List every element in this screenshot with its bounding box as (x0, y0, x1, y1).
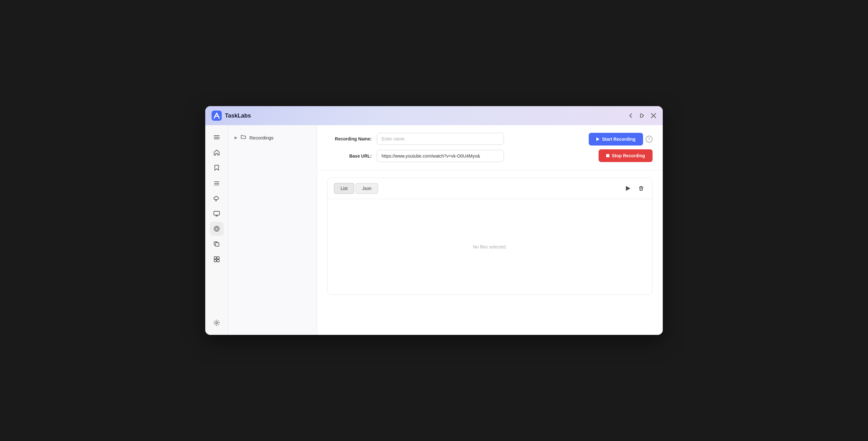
sidebar-rail (205, 125, 228, 335)
panel-body: No files selected. (328, 199, 652, 294)
sidebar-item-grid[interactable] (210, 252, 224, 266)
svg-rect-12 (214, 211, 220, 215)
svg-rect-19 (217, 257, 219, 259)
title-bar: TaskLabs (205, 106, 663, 125)
play-action-icon (625, 186, 631, 191)
folder-icon (241, 134, 246, 141)
sidebar-item-bookmark[interactable] (210, 161, 224, 175)
recording-name-input[interactable] (377, 133, 504, 145)
stop-icon (606, 154, 609, 157)
copy-icon (213, 241, 220, 248)
tab-group: List Json (334, 183, 378, 194)
base-url-row: Base URL: (327, 150, 581, 162)
content-area: List Json (317, 170, 663, 335)
nav-item-recordings-label: Recordings (249, 135, 274, 140)
tasks-icon (213, 180, 220, 187)
svg-rect-20 (214, 259, 216, 262)
panel-header: List Json (328, 178, 652, 199)
chevron-right-icon: ▶ (235, 135, 237, 140)
toolbar-fields: Recording Name: Base URL: (327, 133, 581, 162)
empty-message: No files selected. (473, 244, 507, 249)
start-recording-button[interactable]: Start Recording (589, 133, 643, 146)
panel-actions (623, 184, 646, 193)
app-logo (212, 111, 222, 121)
sidebar-nav: ▶ Recordings (228, 125, 317, 335)
sidebar-item-settings[interactable] (210, 316, 224, 330)
sidebar-item-menu[interactable] (210, 130, 224, 144)
svg-rect-18 (214, 257, 216, 259)
sidebar-item-record[interactable] (210, 222, 224, 236)
stop-recording-button[interactable]: Stop Recording (598, 149, 653, 162)
app-name: TaskLabs (225, 113, 251, 119)
nav-item-recordings[interactable]: ▶ Recordings (228, 130, 317, 145)
start-recording-label: Start Recording (602, 137, 636, 142)
grid-icon (213, 256, 220, 263)
settings-icon (213, 319, 220, 326)
play-icon (596, 137, 599, 141)
play-action-button[interactable] (623, 184, 632, 193)
base-url-label: Base URL: (327, 154, 372, 159)
main-layout: ▶ Recordings Recording Name: (205, 125, 663, 335)
svg-point-16 (215, 227, 218, 230)
app-window: TaskLabs (205, 106, 663, 335)
bookmark-icon (213, 164, 220, 171)
svg-point-22 (216, 322, 218, 324)
stop-recording-label: Stop Recording (612, 153, 645, 158)
sidebar-item-cloud[interactable] (210, 191, 224, 205)
content-panel: List Json (327, 178, 653, 295)
svg-rect-21 (217, 259, 219, 262)
tab-list[interactable]: List (334, 183, 354, 194)
sidebar-item-tasks[interactable] (210, 176, 224, 190)
recording-name-row: Recording Name: (327, 133, 581, 145)
top-toolbar: Recording Name: Base URL: Start Recordin… (317, 125, 663, 170)
svg-rect-17 (215, 243, 219, 246)
menu-icon (213, 134, 220, 141)
delete-action-button[interactable] (637, 184, 646, 193)
forward-button[interactable] (639, 113, 646, 119)
sidebar-item-home[interactable] (210, 146, 224, 159)
base-url-input[interactable] (377, 150, 504, 162)
help-icon[interactable]: ? (646, 136, 653, 143)
tab-json[interactable]: Json (355, 183, 378, 194)
close-icon (651, 113, 656, 119)
back-button[interactable] (628, 113, 634, 119)
sidebar-item-copy[interactable] (210, 237, 224, 251)
record-icon (213, 225, 220, 232)
recording-name-label: Recording Name: (327, 136, 372, 141)
title-bar-left: TaskLabs (212, 111, 251, 121)
sidebar-item-monitor[interactable] (210, 207, 224, 220)
main-content: Recording Name: Base URL: Start Recordin… (317, 125, 663, 335)
back-icon (628, 113, 634, 119)
close-button[interactable] (651, 113, 656, 119)
home-icon (213, 149, 220, 156)
monitor-icon (213, 210, 220, 217)
toolbar-buttons: Start Recording ? Stop Recording (589, 133, 653, 162)
trash-icon (638, 186, 644, 191)
forward-icon (639, 113, 646, 119)
svg-rect-0 (212, 111, 222, 121)
svg-point-15 (214, 226, 219, 231)
title-bar-controls (628, 113, 656, 119)
cloud-icon (213, 195, 220, 202)
